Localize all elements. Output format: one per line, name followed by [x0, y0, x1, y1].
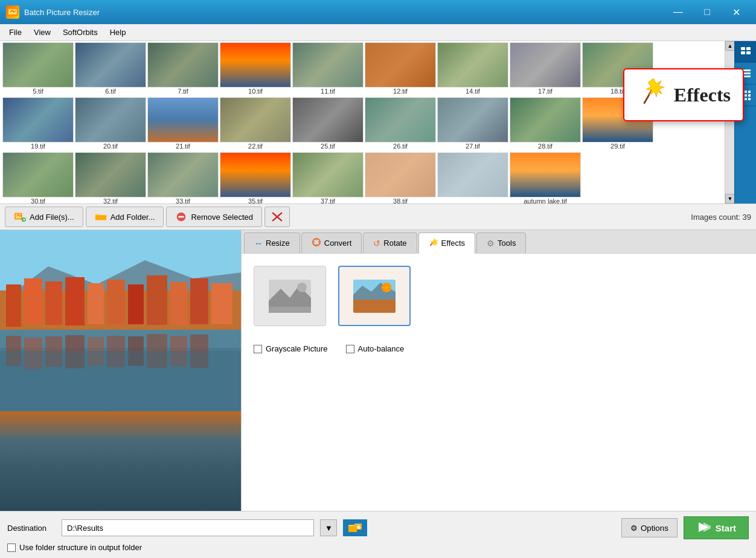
thumbnail-row-1: 5.tif 6.tif 7.tif 10.tif 11.tif [0, 41, 725, 96]
close-button[interactable]: ✕ [722, 0, 750, 24]
maximize-button[interactable]: □ [693, 0, 721, 24]
remove-selected-button[interactable]: Remove Selected [166, 207, 262, 227]
convert-tab-icon [312, 237, 321, 249]
thumbnail-view-button[interactable] [735, 41, 756, 63]
minimize-button[interactable]: — [664, 0, 692, 24]
svg-rect-4 [741, 51, 745, 54]
svg-rect-14 [748, 94, 751, 97]
thumb-20tif[interactable]: 20.tif [75, 97, 146, 150]
thumb-7tif[interactable]: 7.tif [147, 42, 219, 95]
thumb-autumn-lake[interactable]: autumn lake.tif [510, 152, 581, 204]
grayscale-preview[interactable] [254, 266, 326, 326]
svg-rect-32 [24, 278, 42, 324]
svg-rect-5 [746, 51, 751, 54]
effects-popup-label: Effects [674, 84, 731, 106]
thumb-22tif[interactable]: 22.tif [220, 97, 291, 150]
effects-checkboxes: Grayscale Picture Auto-balance [254, 344, 744, 353]
titlebar: Batch Picture Resizer — □ ✕ [0, 0, 756, 24]
autobalance-checkbox[interactable] [346, 345, 354, 353]
menu-softorbits[interactable]: SoftOrbits [57, 25, 104, 39]
thumb-partial[interactable] [437, 152, 508, 204]
folder-icon [95, 211, 107, 223]
svg-rect-35 [88, 283, 104, 324]
thumb-6tif[interactable]: 6.tif [75, 42, 146, 95]
thumb-25tif[interactable]: 25.tif [292, 97, 364, 150]
svg-rect-34 [65, 277, 85, 326]
effects-popup: Effects [623, 68, 744, 121]
svg-rect-61 [269, 307, 311, 313]
thumb-19tif[interactable]: 19.tif [2, 97, 74, 150]
color-preview[interactable] [338, 266, 411, 326]
menu-view[interactable]: View [28, 25, 57, 39]
tab-convert[interactable]: Convert [301, 232, 362, 253]
grayscale-checkbox-item[interactable]: Grayscale Picture [254, 344, 328, 353]
menubar: File View SoftOrbits Help [0, 24, 756, 41]
content-area: ↔ Resize Convert ↺ Rotate [0, 230, 756, 511]
svg-rect-13 [745, 94, 747, 97]
thumb-5tif[interactable]: 5.tif [2, 42, 74, 95]
menu-file[interactable]: File [3, 25, 28, 39]
tab-tools[interactable]: ⚙ Tools [476, 232, 526, 253]
destination-dropdown-button[interactable]: ▼ [320, 519, 337, 536]
effects-star-icon [632, 74, 671, 117]
destination-row: Destination ▼ ⚙ Options [7, 516, 749, 539]
thumb-37tif[interactable]: 37.tif [292, 152, 364, 204]
grayscale-checkbox[interactable] [254, 345, 262, 353]
svg-point-60 [297, 283, 307, 292]
effects-tab-content: Grayscale Picture Auto-balance [242, 254, 756, 511]
thumb-10tif[interactable]: 10.tif [220, 42, 291, 95]
svg-rect-36 [107, 280, 125, 324]
window-controls: — □ ✕ [664, 0, 750, 24]
folder-structure-label: Use folder structure in output folder [19, 543, 142, 552]
options-button[interactable]: ⚙ Options [621, 518, 678, 537]
tab-resize[interactable]: ↔ Resize [244, 232, 300, 253]
thumb-17tif[interactable]: 17.tif [510, 42, 581, 95]
start-button[interactable]: Start [684, 516, 749, 539]
menu-help[interactable]: Help [104, 25, 132, 39]
thumb-21tif[interactable]: 21.tif [147, 97, 219, 150]
svg-rect-41 [211, 283, 232, 324]
thumb-35tif[interactable]: 35.tif [220, 152, 291, 204]
autobalance-checkbox-item[interactable]: Auto-balance [346, 344, 405, 353]
autobalance-label: Auto-balance [358, 344, 405, 353]
destination-input[interactable] [62, 519, 314, 536]
rotate-tab-label: Rotate [383, 239, 406, 248]
clear-all-button[interactable] [264, 207, 290, 227]
svg-rect-37 [128, 284, 144, 324]
remove-selected-label: Remove Selected [191, 213, 253, 222]
svg-rect-33 [45, 281, 62, 325]
thumb-33tif[interactable]: 33.tif [147, 152, 219, 204]
thumb-14tif[interactable]: 14.tif [437, 42, 508, 95]
svg-rect-2 [741, 47, 745, 50]
tab-effects[interactable]: Effects [418, 232, 476, 254]
add-folder-label: Add Folder... [111, 213, 155, 222]
thumbnail-scrollbar[interactable]: ▲ ▼ [725, 41, 734, 204]
toolbar: + Add File(s)... Add Folder... Remov [0, 204, 756, 230]
thumb-11tif[interactable]: 11.tif [292, 42, 364, 95]
preview-panel [0, 230, 242, 511]
browse-button[interactable] [343, 519, 367, 536]
resize-tab-label: Resize [266, 239, 290, 248]
thumbnail-row-2: 19.tif 20.tif 21.tif 22.tif 25.tif [0, 96, 725, 151]
preview-image [0, 230, 241, 511]
thumb-12tif[interactable]: 12.tif [365, 42, 436, 95]
folder-structure-checkbox[interactable] [7, 544, 16, 552]
thumb-38tif[interactable]: 38.tif [365, 152, 436, 204]
thumb-32tif[interactable]: 32.tif [75, 152, 146, 204]
svg-rect-11 [748, 91, 751, 93]
scroll-up-button[interactable]: ▲ [725, 41, 735, 51]
svg-marker-70 [703, 522, 711, 532]
thumb-26tif[interactable]: 26.tif [365, 97, 436, 150]
add-folder-button[interactable]: Add Folder... [86, 207, 164, 227]
thumbnail-grid: 5.tif 6.tif 7.tif 10.tif 11.tif [0, 41, 725, 204]
gear-icon: ⚙ [630, 524, 638, 533]
scroll-down-button[interactable]: ▼ [725, 194, 735, 204]
tabs: ↔ Resize Convert ↺ Rotate [242, 230, 756, 254]
tab-rotate[interactable]: ↺ Rotate [363, 232, 417, 253]
thumb-27tif[interactable]: 27.tif [437, 97, 508, 150]
thumbnail-row-3: 30.tif 32.tif 33.tif 35.tif 37.tif [0, 151, 725, 204]
resize-tab-icon: ↔ [254, 239, 263, 248]
thumb-28tif[interactable]: 28.tif [510, 97, 581, 150]
thumb-30tif[interactable]: 30.tif [2, 152, 74, 204]
add-files-button[interactable]: + Add File(s)... [5, 207, 83, 227]
